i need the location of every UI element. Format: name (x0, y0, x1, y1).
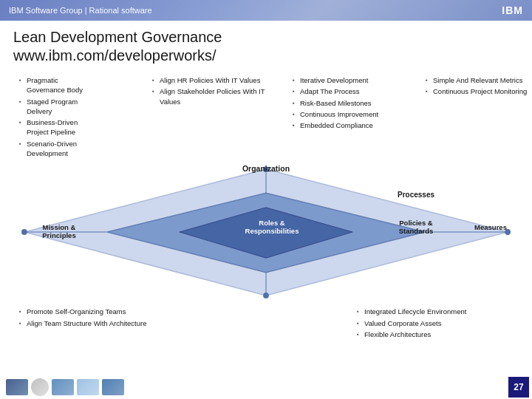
list-item: Iterative Development (293, 75, 414, 85)
diamond-top-label: Organization (242, 164, 290, 173)
top-center-right-box: Iterative Development Adapt The Process … (287, 71, 420, 164)
list-item: Simple And Relevant Metrics (426, 75, 532, 85)
list-item: Flexible Architectures (357, 330, 513, 339)
diamond-bottom-right-label: Measures (461, 223, 520, 231)
list-item: Align Team Structure With Architecture (19, 318, 177, 328)
bottom-right-box: Integrated Lifecycle Environment Valued … (351, 302, 519, 345)
footer-page-number: 27 (508, 377, 529, 398)
top-left-list: PragmaticGovernance Body Staged ProgramD… (19, 75, 140, 158)
bottom-center-box (183, 302, 351, 345)
svg-point-9 (263, 293, 269, 299)
list-item: Scenario-DrivenDevelopment (19, 139, 140, 159)
diamond-left-label: Mission & Principles (30, 223, 89, 239)
list-item: Risk-Based Milestones (293, 98, 414, 108)
list-item: Continuous Project Monitoring (426, 86, 532, 96)
list-item: Promote Self-Organizing Teams (19, 307, 177, 316)
top-center-left-list: Align HR Policies With IT Values Align S… (152, 75, 281, 106)
diamond-processes-label: Processes (383, 191, 449, 199)
bottom-row: Promote Self-Organizing Teams Align Team… (13, 302, 519, 345)
top-center-left-box: Align HR Policies With IT Values Align S… (146, 71, 287, 164)
bottom-left-box: Promote Self-Organizing Teams Align Team… (13, 302, 183, 345)
ibm-logo: IBM (502, 4, 523, 16)
bottom-left-list: Promote Self-Organizing Teams Align Team… (19, 307, 177, 328)
bottom-right-list: Integrated Lifecycle Environment Valued … (357, 307, 513, 339)
main-content: Lean Development Governance www.ibm.com/… (0, 21, 532, 345)
top-row: PragmaticGovernance Body Staged ProgramD… (13, 71, 519, 164)
list-item: Staged ProgramDelivery (19, 97, 140, 117)
page-title: Lean Development Governance www.ibm.com/… (13, 28, 519, 65)
svg-point-10 (21, 229, 27, 235)
footer-images (0, 378, 124, 396)
diamond-right-label: Policies & Standards (383, 219, 449, 235)
footer-image-3 (52, 379, 74, 395)
list-item: Align Stakeholder Policies With IT Value… (152, 86, 281, 106)
list-item: Adapt The Process (293, 86, 414, 96)
top-left-box: PragmaticGovernance Body Staged ProgramD… (13, 71, 146, 164)
diamond-area: Organization Mission & Principles Roles … (21, 164, 511, 301)
top-right-box: Simple And Relevant Metrics Continuous P… (420, 71, 532, 164)
footer-image-1 (6, 379, 28, 395)
list-item: Integrated Lifecycle Environment (357, 307, 513, 316)
list-item: Embedded Compliance (293, 120, 414, 130)
list-item: PragmaticGovernance Body (19, 75, 140, 95)
list-item: Valued Corporate Assets (357, 318, 513, 328)
list-item: Align HR Policies With IT Values (152, 75, 281, 85)
top-center-right-list: Iterative Development Adapt The Process … (293, 75, 414, 130)
top-bar: IBM Software Group | Rational software I… (0, 0, 532, 21)
footer-image-5 (102, 379, 124, 395)
footer-image-4 (77, 379, 99, 395)
top-bar-title: IBM Software Group | Rational software (9, 6, 152, 15)
footer: 27 (0, 375, 532, 399)
top-right-list: Simple And Relevant Metrics Continuous P… (426, 75, 532, 97)
list-item: Continuous Improvement (293, 109, 414, 119)
diamond-center-label: Roles & Responsibilities (228, 219, 316, 235)
list-item: Business-DrivenProject Pipeline (19, 117, 140, 137)
footer-image-2 (31, 378, 49, 396)
